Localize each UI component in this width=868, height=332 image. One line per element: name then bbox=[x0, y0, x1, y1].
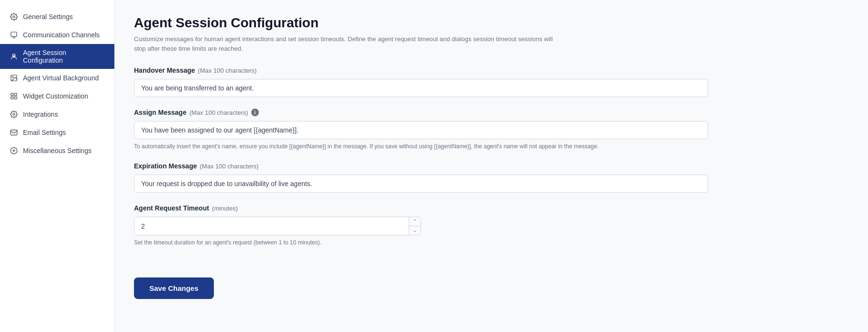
svg-point-0 bbox=[13, 16, 15, 18]
sidebar-item-label: General Settings bbox=[23, 13, 73, 21]
agent-icon bbox=[10, 52, 18, 61]
expiration-message-section: Expiration Message (Max 100 characters) bbox=[134, 162, 849, 193]
assign-hint: To automatically insert the agent's name… bbox=[134, 142, 849, 151]
svg-point-10 bbox=[13, 113, 15, 115]
page-title: Agent Session Configuration bbox=[134, 15, 849, 31]
handover-message-input[interactable] bbox=[134, 79, 708, 97]
svg-point-5 bbox=[12, 77, 13, 77]
timeout-increment-button[interactable]: ⌃ bbox=[409, 217, 421, 226]
assign-message-input[interactable] bbox=[134, 121, 708, 139]
sidebar-item-widget-customization[interactable]: Widget Customization bbox=[0, 87, 114, 105]
sidebar: General Settings Communication Channels … bbox=[0, 0, 115, 332]
sidebar-item-label: Integrations bbox=[23, 111, 58, 118]
svg-rect-11 bbox=[11, 130, 17, 135]
timeout-section: Agent Request Timeout (minutes) ⌃ ⌄ Set … bbox=[134, 204, 849, 247]
assign-info-icon[interactable]: i bbox=[251, 109, 259, 116]
timeout-label: Agent Request Timeout (minutes) bbox=[134, 204, 849, 212]
sidebar-item-label: Miscellaneous Settings bbox=[23, 147, 91, 155]
sidebar-item-miscellaneous-settings[interactable]: Miscellaneous Settings bbox=[0, 142, 114, 160]
handover-message-section: Handover Message (Max 100 characters) bbox=[134, 66, 849, 97]
expiration-label: Expiration Message (Max 100 characters) bbox=[134, 162, 849, 170]
svg-rect-7 bbox=[14, 93, 17, 96]
sidebar-item-label: Agent Virtual Background bbox=[23, 74, 99, 82]
sidebar-item-label: Agent Session Configuration bbox=[23, 49, 105, 64]
svg-rect-8 bbox=[11, 97, 13, 99]
svg-rect-9 bbox=[14, 97, 17, 99]
assign-label: Assign Message (Max 100 characters) i bbox=[134, 109, 849, 116]
widget-icon bbox=[10, 92, 18, 100]
gear-icon bbox=[10, 12, 18, 21]
expiration-message-input[interactable] bbox=[134, 175, 708, 193]
sidebar-item-label: Email Settings bbox=[23, 129, 66, 136]
svg-rect-6 bbox=[11, 93, 13, 96]
svg-rect-1 bbox=[11, 32, 17, 36]
email-icon bbox=[10, 128, 18, 137]
sidebar-item-email-settings[interactable]: Email Settings bbox=[0, 123, 114, 142]
sidebar-item-agent-session-configuration[interactable]: Agent Session Configuration bbox=[0, 44, 114, 69]
timeout-input[interactable] bbox=[134, 218, 409, 235]
plus-circle-icon bbox=[10, 146, 18, 155]
sidebar-item-integrations[interactable]: Integrations bbox=[0, 105, 114, 123]
assign-message-section: Assign Message (Max 100 characters) i To… bbox=[134, 109, 849, 151]
timeout-decrement-button[interactable]: ⌄ bbox=[409, 226, 421, 235]
timeout-input-wrapper: ⌃ ⌄ bbox=[134, 217, 421, 235]
main-content: Agent Session Configuration Customize me… bbox=[115, 0, 868, 332]
page-subtitle: Customize messages for human agent inter… bbox=[134, 34, 565, 53]
sidebar-item-label: Communication Channels bbox=[23, 31, 100, 39]
handover-label: Handover Message (Max 100 characters) bbox=[134, 66, 849, 74]
integrations-icon bbox=[10, 110, 18, 119]
image-icon bbox=[10, 74, 18, 82]
communication-icon bbox=[10, 31, 18, 39]
sidebar-item-label: Widget Customization bbox=[23, 92, 88, 100]
sidebar-item-agent-virtual-background[interactable]: Agent Virtual Background bbox=[0, 69, 114, 87]
timeout-hint: Set the timeout duration for an agent's … bbox=[134, 238, 849, 247]
sidebar-item-communication-channels[interactable]: Communication Channels bbox=[0, 26, 114, 44]
timeout-spinners: ⌃ ⌄ bbox=[409, 217, 421, 235]
sidebar-item-general-settings[interactable]: General Settings bbox=[0, 8, 114, 26]
save-changes-button[interactable]: Save Changes bbox=[134, 277, 214, 299]
